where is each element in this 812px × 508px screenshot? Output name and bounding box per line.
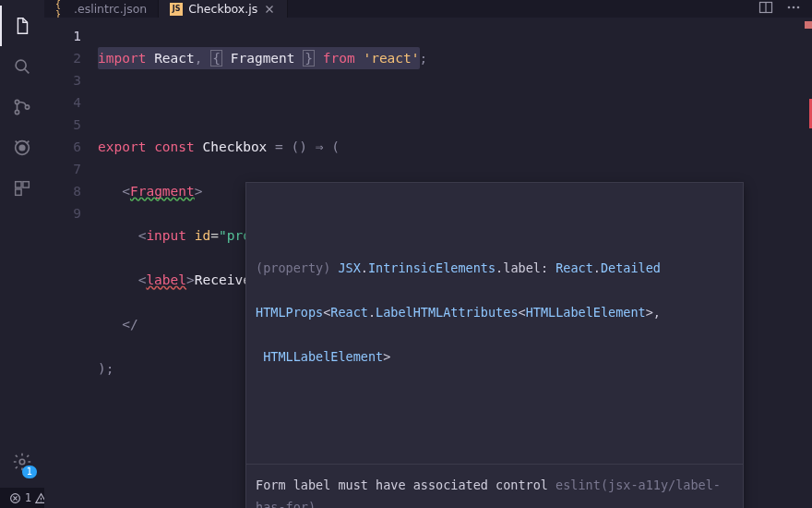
tab-bar: { } .eslintrc.json JS Checkbox.js xyxy=(44,0,812,18)
debug-icon[interactable] xyxy=(0,127,44,168)
minimap[interactable] xyxy=(790,18,812,508)
tab-label: .eslintrc.json xyxy=(74,2,147,16)
svg-rect-6 xyxy=(16,182,21,187)
line-number: 4 xyxy=(44,91,81,114)
svg-point-5 xyxy=(19,145,25,151)
settings-badge: 1 xyxy=(22,466,37,478)
workbench: 1 { } .eslintrc.json JS Checkbox.js 1 xyxy=(0,0,812,488)
line-number: 2 xyxy=(44,47,81,69)
search-icon[interactable] xyxy=(0,46,44,87)
tab-checkbox-js[interactable]: JS Checkbox.js xyxy=(159,0,288,18)
line-number: 6 xyxy=(44,136,81,158)
svg-point-11 xyxy=(788,6,791,9)
editor-group: { } .eslintrc.json JS Checkbox.js 1 2 3 … xyxy=(44,0,812,488)
line-number: 7 xyxy=(44,158,81,180)
explorer-icon[interactable] xyxy=(0,6,44,46)
line-number: 1 xyxy=(44,25,81,47)
activity-bar: 1 xyxy=(0,0,44,488)
code-content: import React, { Fragment } from 'react';… xyxy=(98,18,790,508)
line-number: 5 xyxy=(44,114,81,136)
close-icon[interactable] xyxy=(263,3,276,16)
svg-point-3 xyxy=(25,105,29,109)
hover-message: Form label must have associated control … xyxy=(246,464,743,508)
tab-eslintrc[interactable]: { } .eslintrc.json xyxy=(44,0,159,18)
svg-rect-7 xyxy=(23,182,29,187)
svg-point-12 xyxy=(793,6,795,9)
svg-point-13 xyxy=(797,6,800,9)
line-number: 3 xyxy=(44,69,81,91)
svg-point-0 xyxy=(16,60,26,70)
extensions-icon[interactable] xyxy=(0,168,44,209)
split-editor-icon[interactable] xyxy=(758,0,773,18)
code-editor[interactable]: 1 2 3 4 5 6 7 8 9 import React, { Fragme… xyxy=(44,18,812,508)
svg-point-9 xyxy=(19,459,25,465)
line-number: 8 xyxy=(44,180,81,202)
minimap-decoration xyxy=(805,21,812,29)
error-count: 1 xyxy=(25,491,31,504)
tab-label: Checkbox.js xyxy=(188,2,257,16)
json-icon: { } xyxy=(55,3,68,16)
line-number: 9 xyxy=(44,202,81,224)
svg-rect-8 xyxy=(16,189,21,195)
editor-actions xyxy=(758,0,812,18)
hover-signature: (property) JSX.IntrinsicElements.label: … xyxy=(246,227,743,419)
line-gutter: 1 2 3 4 5 6 7 8 9 xyxy=(44,18,98,508)
svg-point-1 xyxy=(15,100,18,103)
hover-widget[interactable]: (property) JSX.IntrinsicElements.label: … xyxy=(245,182,744,508)
more-icon[interactable] xyxy=(786,0,801,18)
js-icon: JS xyxy=(170,3,183,16)
svg-point-2 xyxy=(15,110,18,114)
settings-gear-icon[interactable]: 1 xyxy=(0,441,44,482)
source-control-icon[interactable] xyxy=(0,87,44,127)
